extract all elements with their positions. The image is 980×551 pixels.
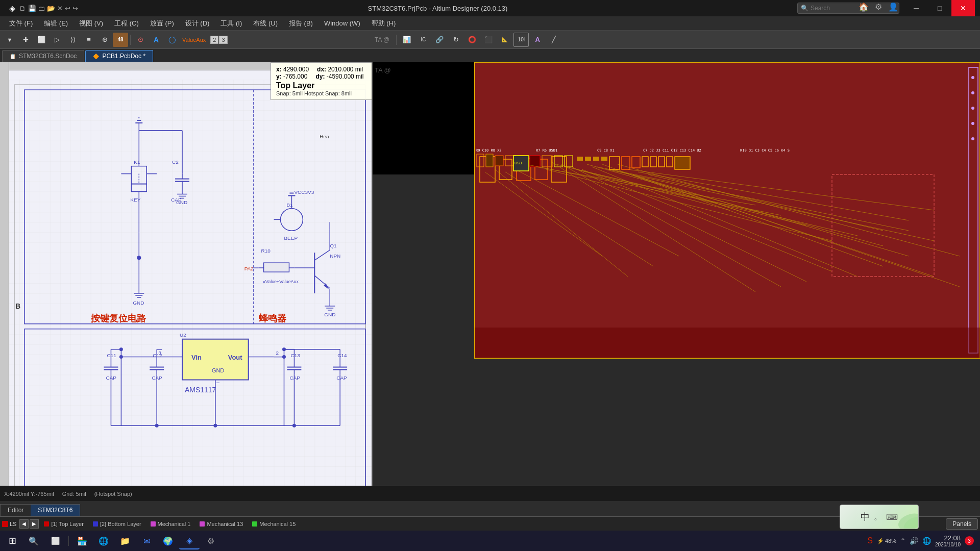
menu-item-report[interactable]: 报告 (B) xyxy=(284,17,318,30)
tab-schematic-icon: 📋 xyxy=(10,54,16,59)
svg-text:K1: K1 xyxy=(134,159,140,165)
tab-schematic-label: STM32C8T6.SchDoc xyxy=(19,53,77,60)
ime-chinese-icon[interactable]: 中 xyxy=(861,511,870,523)
menu-item-tools[interactable]: 工具 (I) xyxy=(215,17,247,30)
pcb-line-btn[interactable]: ╱ xyxy=(546,33,561,47)
new-btn[interactable]: 🗋 xyxy=(19,5,26,12)
coordinate-tooltip: x: 4290.000 dx: 2010.000 mil y: -765.000… xyxy=(271,62,373,100)
statusbar: X:4290mil Y:-765mil Grid: 5mil (Hotspot … xyxy=(0,486,980,501)
place-power-btn[interactable]: ≡ xyxy=(81,33,96,47)
save-btn[interactable]: 💾 xyxy=(28,5,36,12)
user-icon[interactable]: 👤 xyxy=(888,2,898,12)
layer-tab-top[interactable]: [1] Top Layer xyxy=(40,520,87,528)
place-rect-btn[interactable]: ⬜ xyxy=(34,33,49,47)
maximize-button[interactable]: □ xyxy=(928,0,951,16)
save-all-btn[interactable]: 🗃 xyxy=(38,5,45,12)
pcb-text2-btn[interactable]: A xyxy=(530,33,545,47)
editor-tab-stm32[interactable]: STM32C8T6 xyxy=(31,505,80,516)
pcb-dot-btn[interactable]: ⭕ xyxy=(464,33,480,47)
svg-text:C7 J2 J3 C11 C12 C13 C14 U2: C7 J2 J3 C11 C12 C13 C14 U2 xyxy=(643,148,701,153)
home-icon[interactable]: 🏠 xyxy=(859,2,869,12)
tray-battery[interactable]: ⚡ 48% xyxy=(877,538,896,544)
menu-item-project[interactable]: 工程 (C) xyxy=(109,17,144,30)
start-button[interactable]: ⊞ xyxy=(2,532,22,549)
menu-item-window[interactable]: Window (W) xyxy=(319,18,365,29)
close-doc-btn[interactable]: ✕ xyxy=(57,5,63,12)
settings-icon[interactable]: ⚙ xyxy=(875,2,882,12)
menu-item-route[interactable]: 布线 (U) xyxy=(248,17,283,30)
place-wire-btn[interactable]: ✚ xyxy=(18,33,33,47)
svg-text:按键复位电路: 按键复位电路 xyxy=(90,313,146,323)
place-bus-btn[interactable]: ⟩⟩ xyxy=(65,33,81,47)
svg-text:R10 Q1 C3 C4 C5 C6 K4 S: R10 Q1 C3 C4 C5 C6 K4 S xyxy=(740,148,790,153)
tray-altium-icon[interactable]: S xyxy=(867,536,873,545)
clock-date: 2020/10/10 xyxy=(935,542,961,547)
menu-item-design[interactable]: 设计 (D) xyxy=(180,17,215,30)
text-btn[interactable]: A xyxy=(149,33,164,47)
pcb-area[interactable]: R9 C10 R8 X2 R7 R6 USB1 C9 C8 X1 C7 J2 J… xyxy=(373,62,980,501)
ime-punctuation-icon[interactable]: 。 xyxy=(874,512,882,522)
redo-btn[interactable]: ↪ xyxy=(72,5,78,12)
place-comp-btn[interactable]: ▷ xyxy=(50,33,65,47)
filter-btn[interactable]: ▼ xyxy=(2,33,17,47)
place-48btn[interactable]: 48 xyxy=(113,33,128,47)
svg-text:Q1: Q1 xyxy=(330,243,337,248)
layer-tab-bottom[interactable]: [2] Bottom Layer xyxy=(89,520,145,528)
close-button[interactable]: ✕ xyxy=(951,0,975,16)
mech13-label: Mechanical 13 xyxy=(207,521,243,527)
svg-text:CAP: CAP xyxy=(289,375,300,381)
pcb-link-btn[interactable]: 🔗 xyxy=(432,33,447,47)
pcb-square-btn[interactable]: ⬛ xyxy=(481,33,496,47)
pcb-ic-btn[interactable]: IC xyxy=(415,33,431,47)
minimize-button[interactable]: ─ xyxy=(904,0,928,16)
svg-rect-49 xyxy=(264,263,289,272)
place-netlab-btn[interactable]: ⊕ xyxy=(97,33,112,47)
taskbar-search[interactable]: 🔍 xyxy=(23,532,44,549)
pcb-measure-btn[interactable]: 📐 xyxy=(497,33,512,47)
pcb-arc2-btn[interactable]: ↻ xyxy=(448,33,463,47)
svg-point-128 xyxy=(292,424,296,428)
drc-btn[interactable]: ⊙ xyxy=(133,33,148,47)
pcb-chart-btn[interactable]: 📊 xyxy=(399,33,414,47)
tray-network[interactable]: 🌐 xyxy=(922,537,931,545)
editor-tab-editor[interactable]: Editor xyxy=(1,505,31,516)
svg-text:蜂鸣器: 蜂鸣器 xyxy=(259,313,287,323)
layer-tab-mech13[interactable]: Mechanical 13 xyxy=(195,520,247,528)
menu-item-place[interactable]: 放置 (P) xyxy=(145,17,179,30)
taskbar-app-extra[interactable]: ⚙ xyxy=(201,532,221,549)
schematic-svg: B K1 KEY C2 CAP xyxy=(9,70,372,501)
tab-pcb[interactable]: 🔶 PCB1.PcbDoc * xyxy=(85,50,153,62)
ls-indicator: LS xyxy=(2,521,16,527)
taskbar-app-mail[interactable]: ✉ xyxy=(136,532,157,549)
menu-item-file[interactable]: 文件 (F) xyxy=(4,17,38,30)
layer-tab-mech1[interactable]: Mechanical 1 xyxy=(146,520,195,528)
taskbar-taskview[interactable]: ⬜ xyxy=(45,532,65,549)
menu-item-edit[interactable]: 编辑 (E) xyxy=(39,17,73,30)
editor-tabs: Editor STM32C8T6 xyxy=(0,504,80,516)
taskbar-app-store[interactable]: 🏪 xyxy=(72,532,92,549)
menu-item-help[interactable]: 帮助 (H) xyxy=(366,17,401,30)
svg-text:=Value+ValueAux: =Value+ValueAux xyxy=(263,279,299,284)
layer-nav-next[interactable]: ▶ xyxy=(30,519,39,529)
notification-badge[interactable]: 3 xyxy=(965,536,974,545)
arc-btn[interactable]: ◯ xyxy=(164,33,180,47)
tray-speaker[interactable]: 🔊 xyxy=(910,537,918,545)
open-btn[interactable]: 📂 xyxy=(47,5,55,12)
menu-item-view[interactable]: 视图 (V) xyxy=(74,17,108,30)
layer-tab-mech15[interactable]: Mechanical 15 xyxy=(248,520,300,528)
pcb-10mil-btn[interactable]: 10i xyxy=(513,33,529,47)
svg-text:C12: C12 xyxy=(153,353,162,358)
schematic-area[interactable]: B K1 KEY C2 CAP xyxy=(0,62,373,501)
tab-schematic[interactable]: 📋 STM32C8T6.SchDoc xyxy=(2,50,84,62)
panels-button[interactable]: Panels xyxy=(946,518,978,530)
tray-arrow[interactable]: ⌃ xyxy=(900,537,905,544)
svg-text:2: 2 xyxy=(276,350,279,356)
svg-text:VCC3V3: VCC3V3 xyxy=(294,190,314,195)
taskbar-app-browser[interactable]: 🌍 xyxy=(158,532,178,549)
layer-nav-prev[interactable]: ◀ xyxy=(19,519,29,529)
clock[interactable]: 22:08 2020/10/10 xyxy=(935,534,961,547)
taskbar-app-edge[interactable]: 🌐 xyxy=(93,532,114,549)
undo-btn[interactable]: ↩ xyxy=(65,5,70,12)
taskbar-app-altium[interactable]: ◈ xyxy=(179,532,200,549)
taskbar-app-folder[interactable]: 📁 xyxy=(115,532,135,549)
